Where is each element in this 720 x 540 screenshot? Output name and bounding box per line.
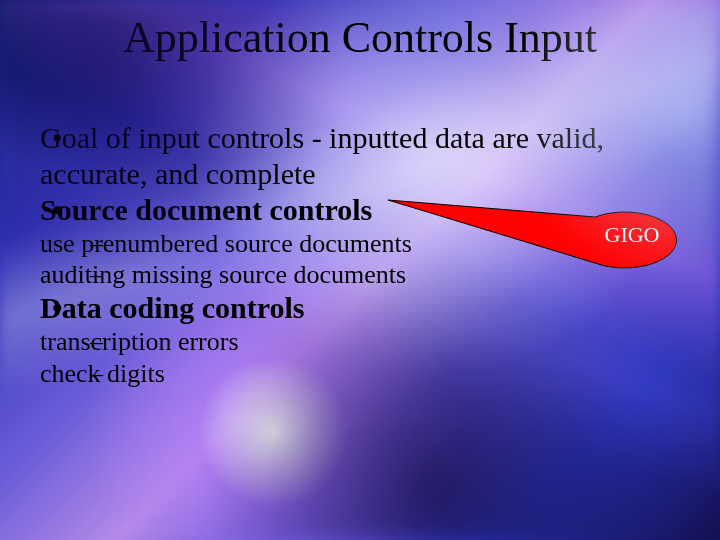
slide: Application Controls Input Goal of input… <box>0 0 720 540</box>
sub-prenumbered: use prenumbered source documents <box>40 228 690 259</box>
sub-check-digits: check digits <box>40 358 690 389</box>
bullet-goal: Goal of input controls - inputted data a… <box>40 120 690 192</box>
sub-transcription-errors: transcription errors <box>40 326 690 357</box>
bullet-source-doc-controls: Source document controls <box>40 192 690 228</box>
sub-auditing-missing: auditing missing source documents <box>40 259 690 290</box>
slide-body: Goal of input controls - inputted data a… <box>40 120 690 389</box>
bullet-data-coding-controls: Data coding controls <box>40 290 690 326</box>
slide-title: Application Controls Input <box>0 12 720 63</box>
